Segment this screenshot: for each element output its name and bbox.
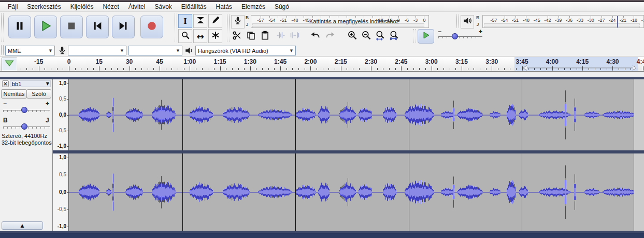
- device-toolbar-grip[interactable]: [1, 45, 4, 55]
- play-head-triangle-icon: [4, 59, 15, 69]
- timeline-tick: [208, 68, 208, 70]
- redo-button[interactable]: [323, 30, 337, 43]
- track-close-button[interactable]: ×: [2, 80, 9, 87]
- track-name-menu[interactable]: bb1 ▼: [10, 80, 51, 87]
- input-device-select[interactable]: ▼: [68, 46, 126, 55]
- draw-tool-button[interactable]: [208, 14, 222, 28]
- play-at-speed-grip[interactable]: [413, 29, 416, 43]
- play-at-speed-button[interactable]: [418, 29, 434, 44]
- stop-button[interactable]: [60, 16, 83, 38]
- menu-item-8[interactable]: Elemzés: [237, 2, 270, 11]
- recording-meter-bar-right: [252, 26, 424, 28]
- mute-button[interactable]: Némítás: [1, 89, 27, 99]
- multi-tool-button[interactable]: [208, 29, 222, 43]
- timeline-ruler[interactable]: -1501530451:001:151:301:452:002:152:302:…: [0, 57, 644, 72]
- paste-button[interactable]: [258, 30, 271, 43]
- timeline-tick: [480, 68, 480, 70]
- input-channels-select[interactable]: ▼: [128, 46, 182, 55]
- menu-item-2[interactable]: Kijelölés: [66, 2, 98, 11]
- menu-item-1[interactable]: Szerkesztés: [22, 2, 65, 11]
- copy-button[interactable]: [244, 30, 257, 43]
- zoom-out-button[interactable]: [360, 30, 373, 43]
- recording-meter-mic-button[interactable]: [231, 15, 245, 29]
- playback-meter-grip[interactable]: [456, 15, 459, 28]
- menu-item-6[interactable]: Előállítás: [177, 2, 211, 11]
- copy-icon: [246, 31, 256, 43]
- menu-item-9[interactable]: Súgó: [270, 2, 294, 11]
- meter-tick-mark: [623, 16, 624, 18]
- undo-button[interactable]: [309, 30, 322, 43]
- meter-tick-mark: [516, 16, 516, 18]
- timeline-tick: [99, 66, 99, 71]
- timeline-tick: [298, 68, 299, 70]
- timeline-tick: [559, 68, 559, 70]
- output-device-select[interactable]: Hangszórók (VIA HD Audio) ▼: [195, 46, 296, 55]
- timeline-tick: [413, 68, 414, 70]
- timeline-tick: [51, 68, 51, 70]
- transport-toolbar-grip[interactable]: [1, 13, 4, 41]
- skip-to-end-button[interactable]: [112, 16, 135, 38]
- playback-meter-scale-label: -57: [490, 18, 497, 23]
- pinned-play-head-button[interactable]: [2, 58, 17, 71]
- timeline-tick: [171, 68, 172, 70]
- play-button[interactable]: [34, 16, 57, 38]
- workspace-background: [0, 233, 644, 238]
- timeline-tick: [474, 68, 474, 70]
- amplitude-label: -0,5: [53, 206, 66, 212]
- selection-tool-button[interactable]: I: [178, 14, 192, 28]
- edit-toolbar-grip[interactable]: [227, 15, 230, 41]
- record-icon: [146, 20, 158, 34]
- menu-item-0[interactable]: Fájl: [3, 2, 22, 11]
- track-collapse-button[interactable]: ▲: [2, 221, 43, 230]
- pan-slider-thumb[interactable]: [21, 123, 27, 130]
- paste-icon: [260, 31, 270, 43]
- tools-toolbar-grip[interactable]: [175, 13, 177, 41]
- timeline-tick: [341, 66, 341, 71]
- menu-item-5[interactable]: Sávok: [150, 2, 176, 11]
- recording-meter-scale-label: -57: [257, 18, 264, 23]
- silence-selection-button[interactable]: [288, 30, 302, 43]
- trim-outside-selection-button[interactable]: [274, 30, 288, 43]
- time-shift-tool-button[interactable]: ↔: [193, 29, 207, 43]
- recording-meter-scale-label: -6: [405, 18, 409, 23]
- envelope-tool-button[interactable]: [193, 14, 207, 28]
- timeline-label: 45: [156, 58, 163, 65]
- speed-slider-thumb[interactable]: [452, 33, 458, 39]
- timeline-tick: [419, 68, 420, 70]
- speaker-icon: [463, 16, 472, 27]
- waveform-channel-1[interactable]: [69, 79, 644, 150]
- solo-button[interactable]: Szóló: [26, 89, 51, 99]
- menu-item-3[interactable]: Nézet: [98, 2, 123, 11]
- timeline-tick: [383, 68, 383, 70]
- recording-meter[interactable]: Kattintás a megfigyelés indításához -57-…: [251, 15, 429, 28]
- playback-meter-bar-left: [484, 23, 640, 25]
- pause-button[interactable]: [8, 16, 31, 38]
- recording-meter-right-channel-label: J: [245, 22, 249, 27]
- fit-selection-button[interactable]: [374, 30, 387, 43]
- fit-project-button[interactable]: [388, 30, 401, 43]
- playback-meter-left-channel-label: B: [476, 15, 480, 20]
- playback-meter[interactable]: -57-54-51-48-45-42-39-36-33-30-27-24-21-…: [482, 15, 644, 28]
- timeline-tick: [425, 68, 426, 70]
- playback-meter-speaker-button[interactable]: [461, 15, 474, 29]
- timeline-label: 2:15: [335, 58, 347, 65]
- record-button[interactable]: [140, 16, 163, 38]
- playback-meter-scale-label: -15: [641, 18, 644, 23]
- mute-button-label: Némítás: [4, 91, 25, 97]
- amplitude-label: 0,0: [53, 189, 66, 195]
- meter-tick-mark: [494, 16, 494, 18]
- menu-item-7[interactable]: Hatás: [211, 2, 237, 11]
- audio-host-select[interactable]: MME ▼: [5, 46, 55, 55]
- zoom-in-button[interactable]: [346, 30, 359, 43]
- timeline-tick: [498, 68, 498, 70]
- amplitude-tick: [67, 158, 69, 158]
- menu-item-4[interactable]: Átvitel: [124, 2, 150, 11]
- waveform-channel-2[interactable]: [69, 153, 644, 231]
- skip-to-start-button[interactable]: [86, 16, 109, 38]
- zoom-tool-button[interactable]: [178, 29, 192, 43]
- timeline-tick: [607, 68, 607, 70]
- amplitude-tick: [67, 146, 69, 147]
- collapse-arrow-icon: ▲: [21, 223, 24, 228]
- gain-slider-thumb[interactable]: [21, 107, 27, 113]
- cut-button[interactable]: [230, 30, 244, 43]
